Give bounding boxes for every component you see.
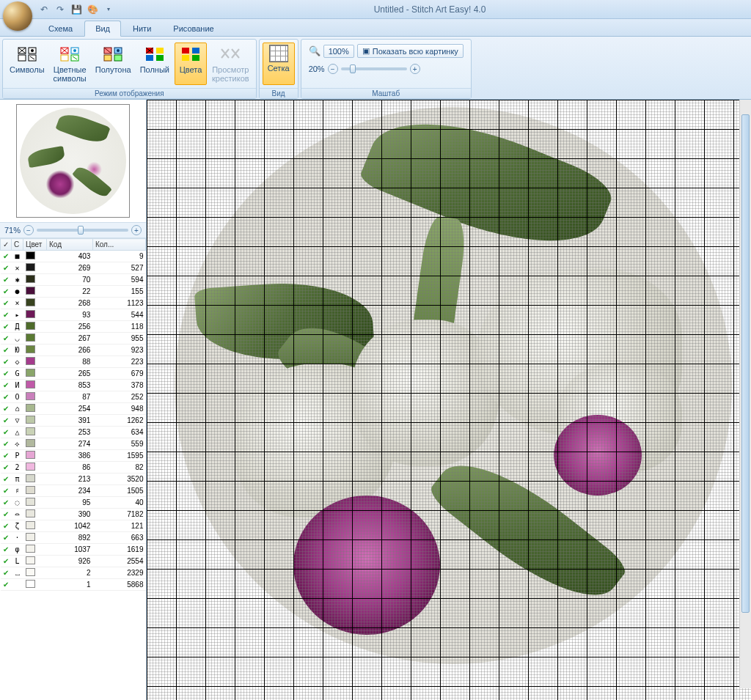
tab-threads[interactable]: Нити [122,21,161,36]
row-swatch [23,556,47,567]
palette-row[interactable]: ✔◌9540 [1,497,146,509]
row-code: 390 [47,509,93,520]
palette-row[interactable]: ✔▽3911262 [1,415,146,427]
row-check-icon: ✔ [1,391,12,403]
row-count: 7182 [92,509,145,520]
palette-row[interactable]: ✔♯2341505 [1,485,146,497]
row-swatch [23,415,47,427]
app-orb-button[interactable] [3,1,32,31]
qat-dropdown-icon[interactable]: ▾ [103,4,114,15]
redo-icon[interactable]: ↷ [54,4,66,15]
col-count[interactable]: Кол... [92,239,145,251]
save-icon[interactable]: 💾 [70,4,82,15]
palette-row[interactable]: ✔О87252 [1,391,146,403]
row-count: 1505 [92,485,145,497]
palette-row[interactable]: ✔Р3861595 [1,450,146,462]
row-code: 88 [47,356,93,368]
palette-row[interactable]: ✔◡267955 [1,333,146,345]
row-symbol: ▸ [12,309,23,321]
palette-row[interactable]: ✔▸93544 [1,309,146,321]
palette-row[interactable]: ✔⎵22329 [1,567,146,579]
svg-rect-17 [146,55,153,61]
zoom-small-label: 20% [309,65,325,73]
row-symbol: ⎵ [12,567,23,579]
col-code[interactable]: Код [47,239,93,251]
col-check[interactable]: ✓ [1,239,12,251]
row-swatch [23,321,47,333]
palette-row[interactable]: ✔◇88223 [1,356,146,368]
row-check-icon: ✔ [1,274,12,286]
show-all-image-button[interactable]: ▣Показать всю картинку [357,44,464,58]
preview-zoom-slider[interactable] [37,229,128,232]
tab-view[interactable]: Вид [84,21,121,37]
row-count: 955 [92,333,145,345]
palette-icon[interactable]: 🎨 [87,4,98,15]
row-symbol: ◌ [12,497,23,509]
row-symbol: И [12,380,23,391]
preview-zoom-in-button[interactable]: + [131,225,142,235]
mode-symbols-button[interactable]: Символы [6,43,48,85]
tab-scheme[interactable]: Схема [38,21,83,36]
palette-row[interactable]: ✔⟡274559 [1,438,146,450]
row-code: 268 [47,298,93,309]
undo-icon[interactable]: ↶ [38,4,50,15]
row-code: 2 [47,567,93,579]
palette-row[interactable]: ✔●22155 [1,286,146,298]
color-palette-table[interactable]: ✓ С Цвет Код Кол... ✔■4039✔✕269527✔✱7059… [0,238,146,700]
row-swatch [23,403,47,415]
palette-row[interactable]: ✔Д256118 [1,321,146,333]
palette-row[interactable]: ✔·892663 [1,532,146,544]
row-swatch [23,345,47,356]
row-code: 1037 [47,544,93,556]
preview-zoom-out-button[interactable]: − [23,225,34,235]
canvas-scrollbar-vertical[interactable] [739,100,751,688]
row-count: 1619 [92,544,145,556]
palette-row[interactable]: ✔×2681123 [1,298,146,309]
zoom-slider[interactable] [341,67,407,70]
row-symbol: ζ [12,520,23,532]
palette-row[interactable]: ✔ζ1042121 [1,520,146,532]
palette-row[interactable]: ✔■4039 [1,251,146,262]
palette-row[interactable]: ✔Ю266923 [1,345,146,356]
palette-row[interactable]: ✔✕269527 [1,262,146,274]
mode-color-symbols-button[interactable]: Цветные символы [50,43,90,85]
palette-row[interactable]: ✔15868 [1,579,146,591]
palette-row[interactable]: ✔⌂254948 [1,403,146,415]
mode-preview-stitches-button: Просмотр крестиков [208,43,253,85]
zoom-100-button[interactable]: 100% [323,45,354,58]
palette-row[interactable]: ✔π2133520 [1,474,146,485]
row-check-icon: ✔ [1,427,12,438]
row-count: 923 [92,345,145,356]
col-color[interactable]: Цвет [23,239,47,251]
row-check-icon: ✔ [1,333,12,345]
col-symbol[interactable]: С [12,239,23,251]
mode-colors-button[interactable]: Цвета [175,43,207,85]
pattern-canvas[interactable] [147,100,751,700]
row-check-icon: ✔ [1,356,12,368]
row-check-icon: ✔ [1,368,12,380]
grid-toggle-button[interactable]: Сетка [263,43,295,85]
row-swatch [23,333,47,345]
palette-row[interactable]: ✔⌓3907182 [1,509,146,520]
palette-row[interactable]: ✔✱70594 [1,274,146,286]
preview-image[interactable] [16,104,130,218]
row-code: 386 [47,450,93,462]
row-check-icon: ✔ [1,485,12,497]
row-code: 213 [47,474,93,485]
row-symbol: Д [12,321,23,333]
tab-drawing[interactable]: Рисование [163,21,224,36]
mode-halftones-button[interactable]: Полутона [92,43,135,85]
zoom-out-button[interactable]: − [328,64,338,74]
palette-row[interactable]: ✔G265679 [1,368,146,380]
palette-row[interactable]: ✔И853378 [1,380,146,391]
palette-row[interactable]: ✔φ10371619 [1,544,146,556]
row-check-icon: ✔ [1,532,12,544]
palette-row[interactable]: ✔28682 [1,462,146,474]
row-symbol: Р [12,450,23,462]
palette-row[interactable]: ✔L9262554 [1,556,146,567]
row-check-icon: ✔ [1,520,12,532]
row-code: 22 [47,286,93,298]
palette-row[interactable]: ✔△253634 [1,427,146,438]
zoom-in-button[interactable]: + [410,64,420,74]
mode-full-button[interactable]: Полный [136,43,173,85]
